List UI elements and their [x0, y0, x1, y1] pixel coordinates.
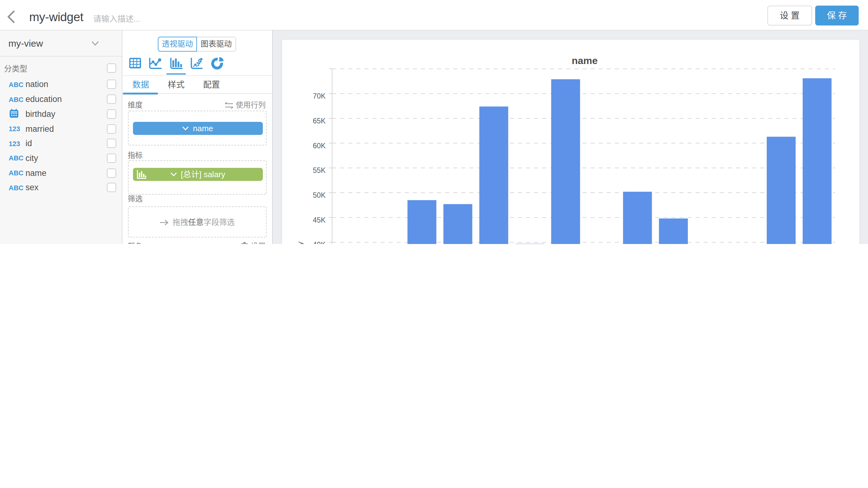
svg-text:40K: 40K	[313, 241, 326, 244]
svg-text:name: name	[571, 55, 598, 66]
svg-text:45K: 45K	[313, 216, 326, 224]
svg-text:60K: 60K	[313, 142, 326, 150]
svg-text:70K: 70K	[313, 92, 326, 100]
svg-text:55K: 55K	[313, 166, 326, 174]
svg-text:50K: 50K	[313, 191, 326, 199]
svg-text:salary: salary	[296, 242, 304, 244]
svg-text:65K: 65K	[313, 117, 326, 125]
